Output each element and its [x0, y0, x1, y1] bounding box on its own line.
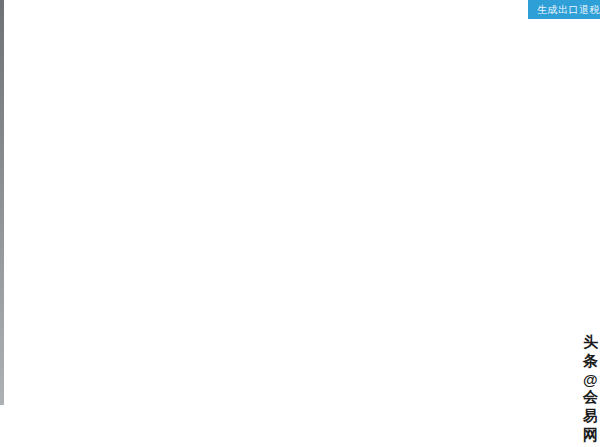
dialog-title: 生成出口退税	[528, 0, 600, 19]
page-edge-strip	[0, 0, 4, 405]
watermark: 头条 @会易网	[583, 333, 599, 445]
